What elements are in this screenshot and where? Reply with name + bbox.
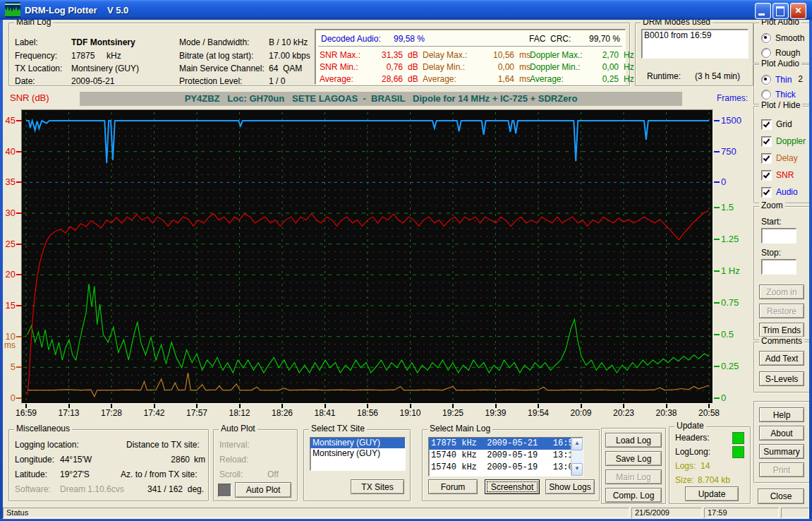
checkbox-delay[interactable]	[761, 153, 772, 164]
radio-rough[interactable]	[761, 48, 771, 58]
s-levels-button[interactable]: S-Levels	[759, 371, 804, 386]
auto-plot-row-label: Interval:	[219, 440, 250, 450]
scroll-up-button[interactable]: ▲	[571, 438, 583, 450]
show-logs-button[interactable]: Show Logs	[545, 479, 595, 494]
update-indicator	[732, 446, 744, 458]
doppler-axis-tick	[714, 397, 720, 399]
main-log-list[interactable]: 17875 kHz 2009-05-21 16:5915740 kHz 2009…	[428, 437, 583, 477]
checkbox-snr[interactable]	[761, 170, 772, 181]
select-tx-site-group: Select TX Site Montsinery (GUY)Montsiner…	[303, 429, 411, 501]
checkbox-option-delay[interactable]: Delay	[756, 150, 808, 167]
checkbox-doppler[interactable]	[761, 136, 772, 147]
checkbox-option-grid[interactable]: Grid	[756, 116, 808, 133]
title-bar[interactable]: DRM-Log Plotter V 5.0 ✕	[0, 0, 812, 20]
frequency-key: Frequency:	[15, 51, 57, 61]
doppler-axis-tick	[714, 270, 720, 272]
status-spare	[781, 508, 809, 518]
y-axis-tick	[16, 305, 22, 306]
add-text-button[interactable]: Add Text	[759, 351, 804, 366]
restore-button[interactable]: Restore	[759, 304, 804, 318]
tx-site-item[interactable]: Montsinery (GUY)	[310, 438, 405, 448]
y-axis-tick	[16, 120, 22, 121]
tx-location-key: TX Location:	[15, 64, 62, 73]
doppler-axis-tick-label: 0.25	[721, 361, 739, 371]
help-group: HelpAboutSummaryPrint	[753, 401, 810, 483]
save-log-button[interactable]: Save Log	[605, 451, 662, 466]
auto-plot-button[interactable]: Auto Plot	[235, 482, 291, 498]
radio-option-thin[interactable]: Thin	[756, 72, 808, 87]
load-log-button[interactable]: Load Log	[605, 433, 662, 448]
distance-unit: km	[194, 455, 205, 465]
tx-site-item[interactable]: Montsinery (GUY)	[310, 448, 405, 459]
frequency-value: 17875 kHz	[71, 51, 121, 61]
checkbox-option-doppler[interactable]: Doppler	[756, 133, 808, 150]
close-button[interactable]: Close	[758, 489, 804, 504]
doppler-axis-tick-label: 0	[721, 393, 726, 403]
checkbox-label-grid: Grid	[776, 119, 792, 129]
main-log-button[interactable]: Main Log	[605, 469, 662, 484]
scroll-down-button[interactable]: ▼	[571, 463, 583, 476]
app-window: DRM-Log Plotter V 5.0 ✕ Main Log Label: …	[0, 0, 812, 521]
drm-modes-list[interactable]: B0010 from 16:59	[641, 29, 749, 59]
tx-sites-button[interactable]: TX Sites	[351, 479, 404, 494]
zoom-in-button[interactable]: Zoom in	[759, 285, 804, 299]
close-window-button[interactable]: ✕	[790, 3, 806, 19]
x-axis-tick-label: 17:42	[139, 408, 170, 418]
checkbox-grid[interactable]	[761, 119, 772, 130]
zoom-start-input[interactable]	[761, 228, 796, 244]
zoom-stop-label: Stop:	[756, 248, 808, 258]
trim-ends-button[interactable]: Trim Ends	[759, 323, 804, 337]
window-border-right	[809, 0, 812, 521]
radio-thick[interactable]	[761, 90, 771, 100]
log-list-scrollbar[interactable]: ▲ ▼	[571, 438, 583, 476]
main-log-item[interactable]: 15740 kHz 2009-05-19 13:11	[429, 450, 571, 462]
comp-log-button[interactable]: Comp. Log	[605, 488, 662, 503]
x-axis-tick-label: 18:41	[310, 408, 341, 418]
delay-series	[28, 373, 709, 397]
zoom-start-label: Start:	[756, 217, 808, 227]
checkbox-audio[interactable]	[761, 187, 772, 198]
checkbox-option-audio[interactable]: Audio	[756, 184, 808, 200]
select-main-log-group: Select Main Log 17875 kHz 2009-05-21 16:…	[422, 429, 600, 501]
zoom-stop-input[interactable]	[761, 259, 796, 275]
radio-smooth[interactable]	[761, 33, 771, 43]
checkbox-label-doppler: Doppler	[776, 136, 806, 146]
azimuth-label: Az. to / from TX site:	[121, 469, 197, 479]
frames-axis-tick-label: 1500	[721, 115, 741, 126]
y-axis-tick	[16, 244, 22, 245]
stat-row: Delay Max.:10,56ms	[423, 49, 531, 61]
runtime-label: Runtime:	[647, 71, 681, 81]
radio-option-thick[interactable]: Thick	[756, 87, 808, 102]
plot-area[interactable]	[21, 109, 713, 404]
maximize-button[interactable]	[772, 3, 789, 19]
print-button[interactable]: Print	[759, 462, 804, 477]
date-key: Date:	[15, 76, 35, 86]
window-title: DRM-Log Plotter V 5.0	[25, 5, 128, 16]
doppler-axis-tick	[714, 302, 720, 304]
stat-row: Average:1,64ms	[423, 73, 531, 85]
minimize-button[interactable]	[755, 3, 771, 19]
summary-button[interactable]: Summary	[759, 444, 804, 459]
about-button[interactable]: About	[759, 426, 804, 441]
help-button[interactable]: Help	[759, 407, 804, 422]
radio-option-smooth[interactable]: Smooth	[756, 30, 808, 46]
update-button[interactable]: Update	[685, 486, 739, 501]
auto-plot-row-value: Off	[267, 469, 279, 479]
plot-hide-caption: Plot / Hide	[759, 101, 802, 110]
bitrate-key: Bitrate (at log start):	[179, 51, 253, 61]
screenshot-button[interactable]: Screenshot	[485, 479, 540, 494]
main-log-item[interactable]: 17875 kHz 2009-05-21 16:59	[429, 438, 571, 450]
main-log-item[interactable]: 15740 kHz 2009-05-19 13:05	[429, 462, 571, 474]
stat-row: Average:28,66dB	[320, 73, 418, 85]
x-axis-tick-label: 20:38	[651, 408, 682, 418]
tx-site-list[interactable]: Montsinery (GUY)Montsinery (GUY)	[310, 437, 406, 471]
checkbox-option-snr[interactable]: SNR	[756, 167, 808, 184]
drm-mode-item[interactable]: B0010 from 16:59	[642, 30, 748, 41]
x-axis-tick-label: 16:59	[11, 408, 42, 418]
plot-hide-group: Plot / Hide GridDopplerDelaySNRAudio	[753, 106, 810, 203]
doppler-axis-tick-label: 1.25	[721, 234, 739, 244]
forum-button[interactable]: Forum	[428, 479, 478, 494]
y-axis-tick	[16, 212, 22, 214]
decoded-audio-label: Decoded Audio:	[321, 34, 381, 44]
radio-thin[interactable]	[761, 75, 771, 85]
